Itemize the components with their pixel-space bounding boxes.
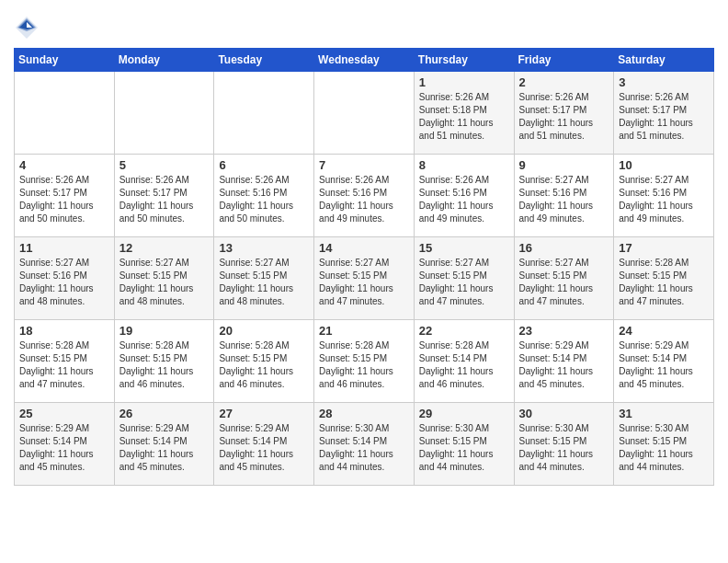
day-number: 15 bbox=[419, 241, 509, 255]
cell-info: Sunrise: 5:28 AM Sunset: 5:15 PM Dayligh… bbox=[619, 257, 709, 308]
calendar-cell: 9Sunrise: 5:27 AM Sunset: 5:16 PM Daylig… bbox=[514, 155, 614, 237]
calendar-cell: 26Sunrise: 5:29 AM Sunset: 5:14 PM Dayli… bbox=[114, 403, 214, 486]
col-saturday: Saturday bbox=[614, 49, 714, 72]
calendar-cell: 18Sunrise: 5:28 AM Sunset: 5:15 PM Dayli… bbox=[15, 320, 115, 403]
cell-info: Sunrise: 5:27 AM Sunset: 5:15 PM Dayligh… bbox=[119, 257, 210, 308]
day-number: 5 bbox=[119, 158, 210, 172]
col-tuesday: Tuesday bbox=[214, 49, 314, 72]
calendar-row-1: 1Sunrise: 5:26 AM Sunset: 5:18 PM Daylig… bbox=[15, 72, 714, 155]
calendar-cell: 3Sunrise: 5:26 AM Sunset: 5:17 PM Daylig… bbox=[614, 72, 714, 155]
calendar-body: 1Sunrise: 5:26 AM Sunset: 5:18 PM Daylig… bbox=[15, 72, 714, 486]
cell-info: Sunrise: 5:27 AM Sunset: 5:15 PM Dayligh… bbox=[219, 257, 309, 308]
calendar-page: Sunday Monday Tuesday Wednesday Thursday… bbox=[0, 0, 728, 563]
day-number: 4 bbox=[19, 158, 109, 172]
day-number: 6 bbox=[219, 158, 309, 172]
calendar-cell: 20Sunrise: 5:28 AM Sunset: 5:15 PM Dayli… bbox=[214, 320, 314, 403]
cell-info: Sunrise: 5:29 AM Sunset: 5:14 PM Dayligh… bbox=[619, 339, 709, 391]
col-friday: Friday bbox=[514, 49, 614, 72]
day-number: 10 bbox=[619, 158, 709, 172]
calendar-cell: 10Sunrise: 5:27 AM Sunset: 5:16 PM Dayli… bbox=[614, 155, 714, 237]
calendar-cell: 13Sunrise: 5:27 AM Sunset: 5:15 PM Dayli… bbox=[214, 237, 314, 320]
calendar-row-5: 25Sunrise: 5:29 AM Sunset: 5:14 PM Dayli… bbox=[15, 403, 714, 486]
cell-info: Sunrise: 5:28 AM Sunset: 5:14 PM Dayligh… bbox=[419, 339, 509, 391]
calendar-cell: 23Sunrise: 5:29 AM Sunset: 5:14 PM Dayli… bbox=[514, 320, 614, 403]
cell-info: Sunrise: 5:27 AM Sunset: 5:15 PM Dayligh… bbox=[419, 257, 509, 308]
cell-info: Sunrise: 5:30 AM Sunset: 5:15 PM Dayligh… bbox=[619, 422, 709, 474]
calendar-cell: 29Sunrise: 5:30 AM Sunset: 5:15 PM Dayli… bbox=[414, 403, 514, 486]
cell-info: Sunrise: 5:28 AM Sunset: 5:15 PM Dayligh… bbox=[119, 339, 210, 391]
day-number: 25 bbox=[19, 407, 109, 420]
day-number: 28 bbox=[319, 407, 409, 420]
calendar-cell bbox=[114, 72, 214, 155]
cell-info: Sunrise: 5:27 AM Sunset: 5:16 PM Dayligh… bbox=[619, 174, 709, 225]
day-number: 11 bbox=[19, 241, 109, 255]
cell-info: Sunrise: 5:26 AM Sunset: 5:16 PM Dayligh… bbox=[419, 174, 509, 225]
day-number: 14 bbox=[319, 241, 409, 255]
cell-info: Sunrise: 5:26 AM Sunset: 5:17 PM Dayligh… bbox=[19, 174, 109, 225]
day-number: 8 bbox=[419, 158, 509, 172]
calendar-cell: 14Sunrise: 5:27 AM Sunset: 5:15 PM Dayli… bbox=[314, 237, 415, 320]
col-sunday: Sunday bbox=[15, 49, 115, 72]
cell-info: Sunrise: 5:26 AM Sunset: 5:18 PM Dayligh… bbox=[419, 91, 509, 143]
calendar-row-2: 4Sunrise: 5:26 AM Sunset: 5:17 PM Daylig… bbox=[15, 155, 714, 237]
calendar-cell: 24Sunrise: 5:29 AM Sunset: 5:14 PM Dayli… bbox=[614, 320, 714, 403]
calendar-cell: 7Sunrise: 5:26 AM Sunset: 5:16 PM Daylig… bbox=[314, 155, 415, 237]
day-number: 26 bbox=[119, 407, 210, 420]
cell-info: Sunrise: 5:26 AM Sunset: 5:17 PM Dayligh… bbox=[619, 91, 709, 143]
day-number: 29 bbox=[419, 407, 509, 420]
calendar-cell: 17Sunrise: 5:28 AM Sunset: 5:15 PM Dayli… bbox=[614, 237, 714, 320]
calendar-cell: 2Sunrise: 5:26 AM Sunset: 5:17 PM Daylig… bbox=[514, 72, 614, 155]
calendar-cell: 22Sunrise: 5:28 AM Sunset: 5:14 PM Dayli… bbox=[414, 320, 514, 403]
calendar-cell: 19Sunrise: 5:28 AM Sunset: 5:15 PM Dayli… bbox=[114, 320, 214, 403]
day-number: 30 bbox=[519, 407, 609, 420]
day-number: 21 bbox=[319, 324, 409, 338]
calendar-cell: 25Sunrise: 5:29 AM Sunset: 5:14 PM Dayli… bbox=[15, 403, 115, 486]
calendar-row-4: 18Sunrise: 5:28 AM Sunset: 5:15 PM Dayli… bbox=[15, 320, 714, 403]
cell-info: Sunrise: 5:26 AM Sunset: 5:17 PM Dayligh… bbox=[119, 174, 210, 225]
cell-info: Sunrise: 5:28 AM Sunset: 5:15 PM Dayligh… bbox=[19, 339, 109, 391]
cell-info: Sunrise: 5:29 AM Sunset: 5:14 PM Dayligh… bbox=[19, 422, 109, 474]
day-number: 2 bbox=[519, 75, 609, 89]
cell-info: Sunrise: 5:29 AM Sunset: 5:14 PM Dayligh… bbox=[219, 422, 309, 474]
cell-info: Sunrise: 5:29 AM Sunset: 5:14 PM Dayligh… bbox=[119, 422, 210, 474]
calendar-cell: 12Sunrise: 5:27 AM Sunset: 5:15 PM Dayli… bbox=[114, 237, 214, 320]
calendar-cell: 27Sunrise: 5:29 AM Sunset: 5:14 PM Dayli… bbox=[214, 403, 314, 486]
day-number: 22 bbox=[419, 324, 509, 338]
cell-info: Sunrise: 5:30 AM Sunset: 5:15 PM Dayligh… bbox=[419, 422, 509, 474]
calendar-cell: 21Sunrise: 5:28 AM Sunset: 5:15 PM Dayli… bbox=[314, 320, 415, 403]
col-monday: Monday bbox=[114, 49, 214, 72]
calendar-cell bbox=[314, 72, 415, 155]
header bbox=[14, 9, 714, 40]
day-number: 16 bbox=[519, 241, 609, 255]
calendar-cell: 30Sunrise: 5:30 AM Sunset: 5:15 PM Dayli… bbox=[514, 403, 614, 486]
day-number: 1 bbox=[419, 75, 509, 89]
cell-info: Sunrise: 5:27 AM Sunset: 5:15 PM Dayligh… bbox=[319, 257, 409, 308]
day-number: 13 bbox=[219, 241, 309, 255]
cell-info: Sunrise: 5:26 AM Sunset: 5:16 PM Dayligh… bbox=[219, 174, 309, 225]
calendar-cell: 28Sunrise: 5:30 AM Sunset: 5:14 PM Dayli… bbox=[314, 403, 415, 486]
day-number: 17 bbox=[619, 241, 709, 255]
calendar-cell: 6Sunrise: 5:26 AM Sunset: 5:16 PM Daylig… bbox=[214, 155, 314, 237]
logo bbox=[14, 15, 43, 40]
calendar-cell: 5Sunrise: 5:26 AM Sunset: 5:17 PM Daylig… bbox=[114, 155, 214, 237]
col-wednesday: Wednesday bbox=[314, 49, 415, 72]
calendar-cell bbox=[214, 72, 314, 155]
cell-info: Sunrise: 5:26 AM Sunset: 5:17 PM Dayligh… bbox=[519, 91, 609, 143]
calendar-row-3: 11Sunrise: 5:27 AM Sunset: 5:16 PM Dayli… bbox=[15, 237, 714, 320]
cell-info: Sunrise: 5:28 AM Sunset: 5:15 PM Dayligh… bbox=[219, 339, 309, 391]
calendar-cell: 11Sunrise: 5:27 AM Sunset: 5:16 PM Dayli… bbox=[15, 237, 115, 320]
calendar-cell: 31Sunrise: 5:30 AM Sunset: 5:15 PM Dayli… bbox=[614, 403, 714, 486]
calendar-table: Sunday Monday Tuesday Wednesday Thursday… bbox=[14, 48, 714, 486]
cell-info: Sunrise: 5:27 AM Sunset: 5:16 PM Dayligh… bbox=[19, 257, 109, 308]
calendar-cell: 1Sunrise: 5:26 AM Sunset: 5:18 PM Daylig… bbox=[414, 72, 514, 155]
cell-info: Sunrise: 5:27 AM Sunset: 5:16 PM Dayligh… bbox=[519, 174, 609, 225]
logo-icon bbox=[14, 15, 40, 40]
day-number: 18 bbox=[19, 324, 109, 338]
calendar-cell bbox=[15, 72, 115, 155]
day-number: 7 bbox=[319, 158, 409, 172]
cell-info: Sunrise: 5:29 AM Sunset: 5:14 PM Dayligh… bbox=[519, 339, 609, 391]
cell-info: Sunrise: 5:26 AM Sunset: 5:16 PM Dayligh… bbox=[319, 174, 409, 225]
day-number: 31 bbox=[619, 407, 709, 420]
day-number: 24 bbox=[619, 324, 709, 338]
day-number: 19 bbox=[119, 324, 210, 338]
